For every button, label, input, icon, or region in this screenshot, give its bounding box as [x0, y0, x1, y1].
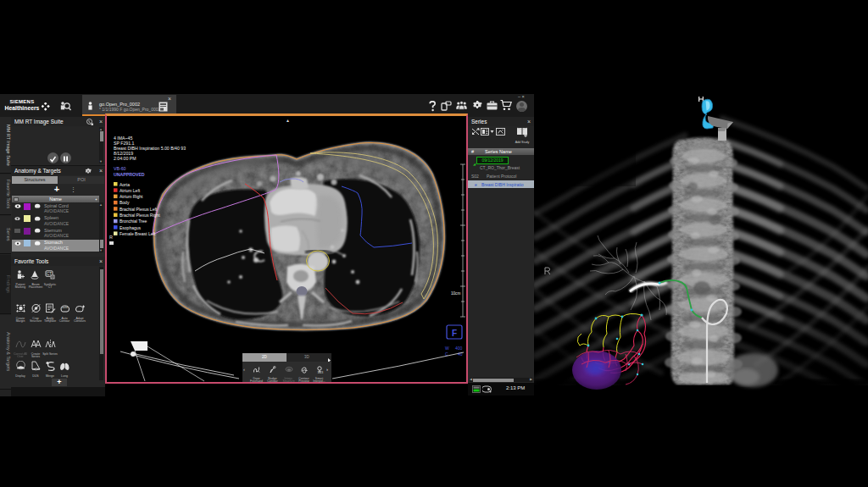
svg-text:Atrium Left: Atrium Left	[120, 188, 141, 193]
svg-text:10cm: 10cm	[451, 291, 460, 296]
svg-text:400: 400	[455, 346, 463, 351]
svg-text:Female Breast Left: Female Breast Left	[120, 231, 156, 236]
svg-text:Atrium Right: Atrium Right	[120, 194, 143, 199]
svg-text:R: R	[109, 235, 113, 240]
svg-text:1223: 1223	[317, 371, 323, 374]
svg-text:UNAPPROVED: UNAPPROVED	[114, 172, 145, 177]
svg-text:Aorta: Aorta	[120, 182, 130, 187]
svg-text:Brachial Plexus Left: Brachial Plexus Left	[120, 207, 158, 212]
svg-text:VB-60: VB-60	[114, 166, 126, 171]
svg-text:F: F	[452, 329, 457, 338]
svg-text:Brachial Plexus Right: Brachial Plexus Right	[120, 213, 160, 218]
svg-text:Body: Body	[120, 200, 130, 205]
svg-text:2:04:00 PM: 2:04:00 PM	[114, 156, 136, 161]
svg-text:40: 40	[458, 351, 463, 357]
svg-text:auto: auto	[62, 306, 68, 309]
svg-text:Esophagus: Esophagus	[120, 225, 142, 230]
svg-text:▲: ▲	[286, 118, 290, 123]
svg-text:W: W	[445, 346, 449, 351]
svg-text:Bronchial Tree: Bronchial Tree	[120, 219, 147, 224]
